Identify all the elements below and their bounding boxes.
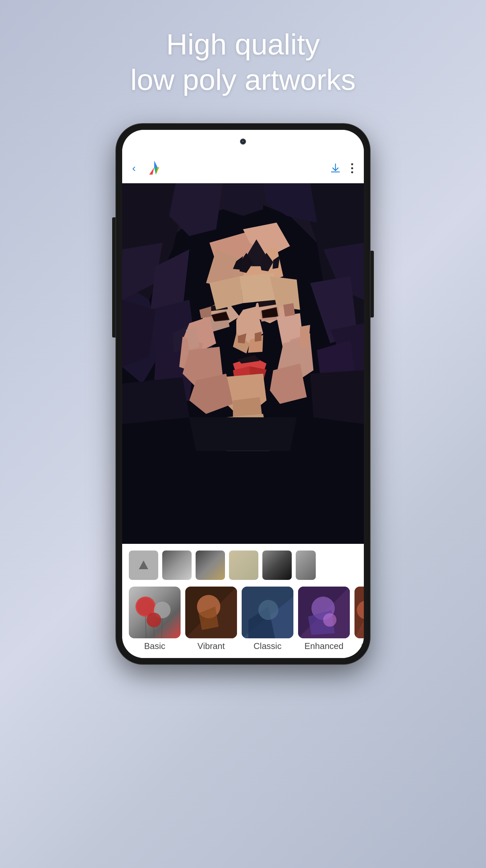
bottom-panel: Basic Vibrant <box>122 544 364 658</box>
style-thumb-3[interactable] <box>229 551 258 580</box>
app-logo <box>146 160 163 177</box>
svg-point-91 <box>258 600 279 620</box>
download-button[interactable] <box>330 163 341 174</box>
svg-line-82 <box>162 618 162 638</box>
headline-line2: low poly artworks <box>131 62 356 97</box>
filter-card-cry[interactable]: Cry <box>355 587 364 651</box>
svg-marker-72 <box>122 451 364 544</box>
filter-label-classic: Classic <box>254 641 282 651</box>
phone-outer-shell: ‹ <box>116 124 370 664</box>
svg-marker-74 <box>122 377 189 424</box>
svg-marker-73 <box>189 417 297 451</box>
svg-marker-1 <box>149 167 154 175</box>
headline-line1: High quality <box>131 27 356 62</box>
filter-thumb-enhanced <box>298 587 350 638</box>
style-thumb-2[interactable] <box>196 551 225 580</box>
style-thumbnails-row <box>122 551 364 580</box>
toolbar-right <box>330 163 354 174</box>
filter-thumb-cry <box>355 587 364 638</box>
more-options-button[interactable] <box>351 163 354 174</box>
toolbar-left: ‹ <box>132 160 163 177</box>
filter-label-vibrant: Vibrant <box>198 641 225 651</box>
filter-row: Basic Vibrant <box>122 587 364 658</box>
svg-marker-0 <box>154 161 158 167</box>
filter-label-basic: Basic <box>144 641 166 651</box>
style-active-thumb[interactable] <box>129 551 158 580</box>
app-toolbar: ‹ <box>122 153 364 183</box>
style-thumb-4[interactable] <box>262 551 292 580</box>
svg-line-83 <box>154 627 154 638</box>
svg-point-5 <box>351 167 353 169</box>
filter-label-enhanced: Enhanced <box>304 641 344 651</box>
svg-point-6 <box>351 171 353 173</box>
svg-point-96 <box>323 613 336 627</box>
phone-mockup: ‹ <box>116 124 370 664</box>
artwork-canvas <box>122 183 364 544</box>
filter-card-enhanced[interactable]: Enhanced <box>298 587 350 651</box>
svg-marker-75 <box>310 370 364 424</box>
filter-card-classic[interactable]: Classic <box>242 587 293 651</box>
phone-top-bar <box>122 130 364 153</box>
phone-screen: ‹ <box>122 130 364 658</box>
svg-point-4 <box>351 163 353 165</box>
back-button[interactable]: ‹ <box>132 162 136 174</box>
filter-thumb-classic <box>242 587 293 638</box>
svg-marker-76 <box>139 561 148 569</box>
style-thumb-5[interactable] <box>296 551 316 580</box>
svg-point-80 <box>147 613 161 627</box>
filter-thumb-basic <box>129 587 181 638</box>
svg-marker-71 <box>283 303 295 316</box>
style-thumb-1[interactable] <box>162 551 192 580</box>
filter-card-basic[interactable]: Basic <box>129 587 181 651</box>
headline: High quality low poly artworks <box>131 27 356 97</box>
svg-marker-63 <box>223 183 263 216</box>
svg-marker-46 <box>255 332 261 342</box>
filter-label-cry: Cry <box>361 641 364 651</box>
filter-card-vibrant[interactable]: Vibrant <box>185 587 237 651</box>
front-camera <box>240 138 246 145</box>
filter-thumb-vibrant <box>185 587 237 638</box>
svg-line-81 <box>145 617 146 638</box>
